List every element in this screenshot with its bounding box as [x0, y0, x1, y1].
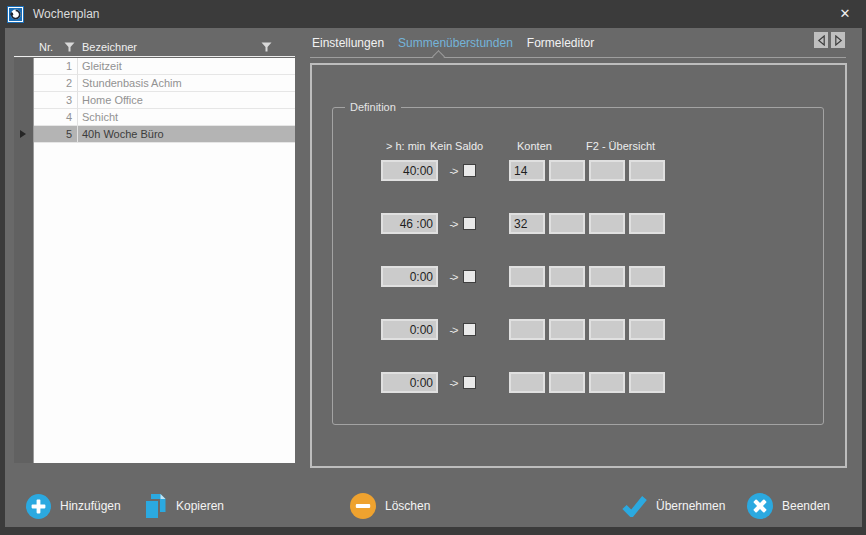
konto-input[interactable] — [629, 319, 665, 340]
cell-nr: 2 — [34, 75, 78, 92]
header-konten: Konten — [517, 140, 552, 152]
window-border-right — [862, 0, 866, 535]
kein-saldo-checkbox[interactable] — [463, 376, 476, 389]
kein-saldo-checkbox[interactable] — [463, 217, 476, 230]
konto-input[interactable] — [589, 372, 625, 393]
definition-row: -> — [333, 319, 823, 340]
arrow-glyph: -> — [446, 377, 461, 389]
app-clock-icon — [7, 6, 24, 23]
definition-row: -> — [333, 372, 823, 393]
cell-bezeichner: Home Office — [78, 92, 295, 109]
kein-saldo-checkbox[interactable] — [463, 164, 476, 177]
add-button[interactable]: Hinzufügen — [26, 491, 121, 521]
right-arrow-icon — [834, 35, 843, 46]
column-label-nr: Nr. — [39, 41, 53, 53]
close-icon[interactable]: ✕ — [836, 6, 854, 22]
left-arrow-icon — [817, 35, 826, 46]
copy-button-label: Kopieren — [176, 499, 224, 513]
window-border-left — [0, 0, 5, 535]
konto-input[interactable] — [629, 160, 665, 181]
table-row[interactable]: 2Stundenbasis Achim — [14, 75, 295, 92]
tab-scroll-left-button[interactable] — [814, 32, 828, 48]
current-row-marker-icon — [20, 130, 26, 138]
copy-button[interactable]: Kopieren — [143, 491, 224, 521]
plan-table: Nr. Bezeichner 1Gleitzeit2Stundenbasis A… — [14, 38, 295, 463]
konto-input[interactable] — [629, 372, 665, 393]
konto-input[interactable] — [509, 266, 545, 287]
definition-groupbox: Definition > h: min Kein Saldo Konten F2… — [332, 107, 824, 425]
row-selector-cell — [14, 75, 34, 92]
definition-legend: Definition — [345, 101, 401, 113]
arrow-glyph: -> — [446, 324, 461, 336]
konto-input[interactable] — [629, 266, 665, 287]
apply-button-label: Übernehmen — [656, 499, 725, 513]
tab-summenueberstunden[interactable]: Summenüberstunden — [398, 36, 513, 50]
plan-table-header: Nr. Bezeichner — [14, 38, 295, 57]
arrow-glyph: -> — [446, 271, 461, 283]
definition-row: -> — [333, 213, 823, 234]
header-h-min: > h: min — [386, 140, 425, 152]
tab-scroll-right-button[interactable] — [831, 32, 845, 48]
table-row[interactable]: 540h Woche Büro — [14, 126, 295, 143]
konto-input[interactable] — [509, 160, 545, 181]
window-title: Wochenplan — [33, 7, 100, 21]
plus-circle-icon — [26, 494, 51, 519]
column-label-bezeichner: Bezeichner — [82, 41, 137, 53]
column-header-nr[interactable]: Nr. — [34, 38, 78, 56]
konto-input[interactable] — [509, 319, 545, 340]
kein-saldo-checkbox[interactable] — [463, 323, 476, 336]
column-header-bezeichner[interactable]: Bezeichner — [78, 38, 295, 56]
time-threshold-input[interactable] — [381, 319, 438, 340]
delete-button-label: Löschen — [385, 499, 430, 513]
konto-input[interactable] — [549, 160, 585, 181]
time-threshold-input[interactable] — [381, 213, 438, 234]
table-row[interactable]: 1Gleitzeit — [14, 58, 295, 75]
delete-button[interactable]: Löschen — [350, 491, 430, 521]
tab-einstellungen[interactable]: Einstellungen — [312, 36, 384, 50]
header-gutter — [14, 38, 34, 56]
konto-input[interactable] — [589, 319, 625, 340]
time-threshold-input[interactable] — [381, 372, 438, 393]
time-threshold-input[interactable] — [381, 266, 438, 287]
konto-input[interactable] — [589, 266, 625, 287]
x-circle-icon — [747, 493, 773, 519]
tab-bar: Einstellungen Summenüberstunden Formeled… — [312, 36, 594, 50]
row-selector-cell — [14, 109, 34, 126]
cell-nr: 4 — [34, 109, 78, 126]
row-selector-cell — [14, 126, 34, 143]
definition-rows: ->->->->-> — [333, 160, 823, 393]
konto-input[interactable] — [589, 213, 625, 234]
konto-input[interactable] — [549, 372, 585, 393]
konto-input[interactable] — [549, 266, 585, 287]
cell-bezeichner: 40h Woche Büro — [78, 126, 295, 143]
filter-icon[interactable] — [261, 42, 272, 52]
time-threshold-input[interactable] — [381, 160, 438, 181]
tab-formeleditor[interactable]: Formeleditor — [527, 36, 594, 50]
exit-button[interactable]: Beenden — [747, 491, 830, 521]
table-row[interactable]: 3Home Office — [14, 92, 295, 109]
cell-nr: 1 — [34, 58, 78, 75]
tab-content-panel: Definition > h: min Kein Saldo Konten F2… — [310, 63, 847, 468]
table-row[interactable]: 4Schicht — [14, 109, 295, 126]
row-selector-cell — [14, 58, 34, 75]
cell-bezeichner: Stundenbasis Achim — [78, 75, 295, 92]
konto-input[interactable] — [509, 213, 545, 234]
konto-input[interactable] — [589, 160, 625, 181]
konto-input[interactable] — [549, 213, 585, 234]
copy-icon — [143, 493, 167, 520]
arrow-glyph: -> — [446, 165, 461, 177]
filter-icon[interactable] — [64, 42, 75, 52]
kein-saldo-checkbox[interactable] — [463, 270, 476, 283]
konto-input[interactable] — [629, 213, 665, 234]
konto-input[interactable] — [549, 319, 585, 340]
minus-circle-icon — [350, 493, 376, 519]
tab-scroll-buttons — [814, 32, 845, 48]
cell-nr: 3 — [34, 92, 78, 109]
konto-input[interactable] — [509, 372, 545, 393]
definition-row: -> — [333, 266, 823, 287]
arrow-glyph: -> — [446, 218, 461, 230]
apply-button[interactable]: Übernehmen — [622, 491, 725, 521]
definition-column-headers: > h: min Kein Saldo Konten F2 - Übersich… — [333, 140, 823, 154]
cell-nr: 5 — [34, 126, 78, 143]
row-selector-cell — [14, 92, 34, 109]
